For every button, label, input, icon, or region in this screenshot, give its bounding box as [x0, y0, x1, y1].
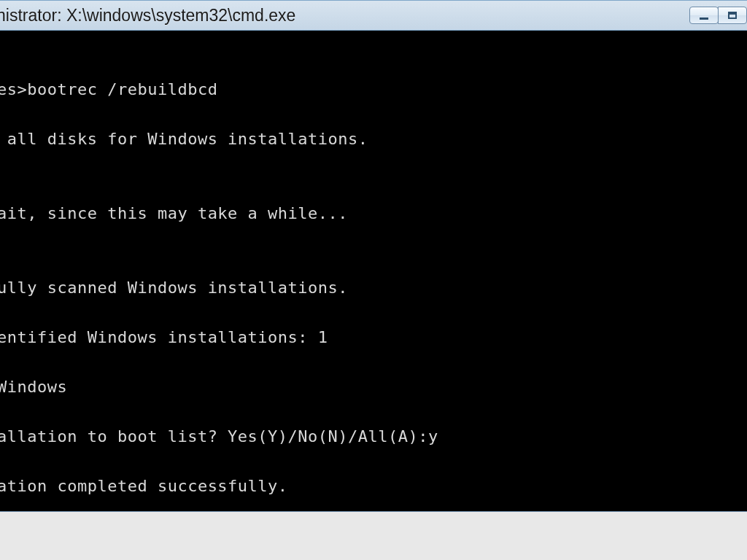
terminal-line: C:\Windows: [0, 375, 747, 400]
terminal-line: ources>bootrec /rebuildbcd: [0, 77, 747, 102]
maximize-button[interactable]: [718, 7, 747, 24]
terminal-line: l identified Windows installations: 1: [0, 325, 747, 350]
window-controls: [689, 7, 747, 24]
terminal-line: operation completed successfully.: [0, 474, 747, 499]
terminal-line: se wait, since this may take a while...: [0, 201, 747, 226]
terminal-line: installation to boot list? Yes(Y)/No(N)/…: [0, 424, 747, 449]
window-title: dministrator: X:\windows\system32\cmd.ex…: [0, 6, 295, 26]
terminal-line: ning all disks for Windows installations…: [0, 127, 747, 152]
maximize-icon: [728, 12, 737, 19]
terminal-line: essfully scanned Windows installations.: [0, 276, 747, 300]
terminal-output[interactable]: ources>bootrec /rebuildbcd ning all disk…: [0, 31, 747, 512]
minimize-icon: [700, 18, 708, 20]
minimize-button[interactable]: [689, 7, 719, 24]
titlebar[interactable]: dministrator: X:\windows\system32\cmd.ex…: [0, 0, 747, 31]
cmd-window: dministrator: X:\windows\system32\cmd.ex…: [0, 0, 747, 512]
